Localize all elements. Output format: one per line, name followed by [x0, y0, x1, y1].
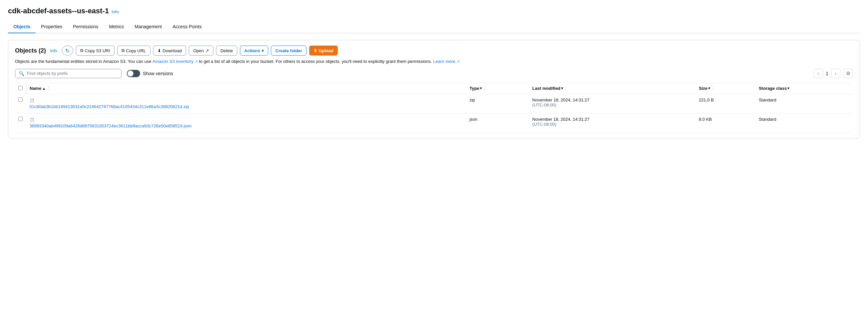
- objects-toolbar: Objects (2) Info ↻ ⧉ Copy S3 URI ⧉ Copy …: [15, 45, 853, 56]
- page-title: cdk-abcdef-assets- -us-east-1 Info: [8, 7, 860, 15]
- row-checkbox-cell: [15, 113, 26, 132]
- tab-objects[interactable]: Objects: [8, 21, 36, 33]
- file-link-1[interactable]: 38993340ab499109a6426d6875631003724ec361…: [30, 123, 463, 129]
- row-size-cell: 8.0 KB: [695, 113, 755, 132]
- search-box: 🔍: [15, 69, 122, 78]
- file-icon: 🗋: [30, 97, 463, 103]
- search-icon: 🔍: [19, 71, 24, 76]
- learn-more-external-icon: ↗: [457, 60, 460, 64]
- gear-icon: ⚙: [846, 70, 850, 76]
- prev-page-button[interactable]: ‹: [814, 69, 823, 78]
- col-divider-3: [566, 86, 566, 91]
- last-modified-sort-icon: ▾: [561, 86, 563, 91]
- table-row: 🗋 38993340ab499109a6426d6875631003724ec3…: [15, 113, 853, 132]
- inventory-link[interactable]: Amazon S3 inventory ↗: [152, 59, 198, 64]
- th-size[interactable]: Size ▾: [695, 83, 755, 94]
- show-versions-label: Show versions: [143, 71, 173, 76]
- copy-url-icon: ⧉: [122, 48, 124, 53]
- delete-button[interactable]: Delete: [216, 45, 237, 56]
- tab-permissions[interactable]: Permissions: [68, 21, 103, 33]
- tab-access-points[interactable]: Access Points: [167, 21, 207, 33]
- chevron-left-icon: ‹: [818, 71, 819, 76]
- show-versions-toggle-row: Show versions: [127, 70, 173, 77]
- bucket-name-part1: cdk-abcdef-assets-: [8, 7, 74, 15]
- tab-properties[interactable]: Properties: [36, 21, 68, 33]
- table-row: 🗋 01c80ab3b1bb189413631a0c224642797768ac…: [15, 94, 853, 113]
- col-divider-1: [48, 86, 49, 91]
- row-storage-class-cell: Standard: [755, 113, 853, 132]
- pagination-controls: ‹ 1 › ⚙: [814, 69, 853, 78]
- download-button[interactable]: ⬇ Download: [153, 45, 186, 56]
- tab-management[interactable]: Management: [129, 21, 167, 33]
- page-number: 1: [826, 71, 828, 76]
- storage-class-sort-icon: ▾: [787, 86, 789, 91]
- type-sort-icon: ▾: [480, 86, 482, 91]
- copy-icon: ⧉: [80, 48, 83, 53]
- row-size-cell: 221.0 B: [695, 94, 755, 113]
- row-storage-class-cell: Standard: [755, 94, 853, 113]
- tab-metrics[interactable]: Metrics: [103, 21, 129, 33]
- refresh-icon: ↻: [65, 47, 69, 54]
- panel-title: Objects (2): [15, 47, 46, 54]
- inventory-external-icon: ↗: [195, 60, 198, 64]
- select-all-header: [15, 83, 26, 94]
- objects-info-link[interactable]: Info: [50, 48, 57, 53]
- refresh-button[interactable]: ↻: [62, 45, 73, 56]
- row-type-cell: json: [466, 113, 529, 132]
- download-icon: ⬇: [157, 48, 161, 53]
- actions-button[interactable]: Actions ▾: [240, 45, 269, 56]
- search-input[interactable]: [27, 71, 118, 76]
- file-icon: 🗋: [30, 117, 463, 123]
- actions-chevron-icon: ▾: [261, 48, 264, 53]
- col-divider-2: [485, 86, 485, 91]
- bucket-name-part2: -us-east-1: [74, 7, 109, 15]
- sort-asc-icon: ▲: [42, 87, 45, 91]
- col-divider-4: [713, 86, 713, 91]
- size-sort-icon: ▾: [708, 86, 710, 91]
- chevron-right-icon: ›: [835, 71, 837, 76]
- open-button[interactable]: Open ↗: [189, 45, 213, 56]
- th-storage-class[interactable]: Storage class ▾: [755, 83, 853, 94]
- file-link-0[interactable]: 01c80ab3b1bb189413631a0c224642797768ac41…: [30, 104, 463, 110]
- row-last-modified-cell: November 18, 2024, 14:31:27(UTC-08:00): [529, 113, 695, 132]
- upload-icon: ⬆: [313, 48, 317, 53]
- create-folder-button[interactable]: Create folder: [271, 45, 306, 56]
- table-header-row: Name ▲ Type ▾ Last modified ▾: [15, 83, 853, 94]
- filter-row: 🔍 Show versions ‹ 1 › ⚙: [15, 69, 853, 78]
- objects-panel: Objects (2) Info ↻ ⧉ Copy S3 URI ⧉ Copy …: [8, 40, 860, 138]
- copy-url-button[interactable]: ⧉ Copy URL: [117, 45, 150, 56]
- upload-button[interactable]: ⬆ Upload: [309, 45, 338, 56]
- th-last-modified[interactable]: Last modified ▾: [529, 83, 695, 94]
- bucket-info-link[interactable]: Info: [112, 9, 119, 14]
- main-tabs: Objects Properties Permissions Metrics M…: [8, 21, 860, 33]
- show-versions-toggle[interactable]: [127, 70, 140, 77]
- th-type[interactable]: Type ▾: [466, 83, 529, 94]
- row-name-cell: 🗋 01c80ab3b1bb189413631a0c224642797768ac…: [26, 94, 466, 113]
- th-name[interactable]: Name ▲: [26, 83, 466, 94]
- open-external-icon: ↗: [205, 48, 209, 53]
- row-type-cell: zip: [466, 94, 529, 113]
- row-checkbox-0[interactable]: [18, 97, 23, 102]
- row-last-modified-cell: November 18, 2024, 14:31:27(UTC-08:00): [529, 94, 695, 113]
- objects-table: Name ▲ Type ▾ Last modified ▾: [15, 83, 853, 133]
- row-name-cell: 🗋 38993340ab499109a6426d6875631003724ec3…: [26, 113, 466, 132]
- copy-s3-uri-button[interactable]: ⧉ Copy S3 URI: [76, 45, 115, 56]
- learn-more-link[interactable]: Learn more ↗: [433, 59, 460, 64]
- objects-description: Objects are the fundamental entities sto…: [15, 58, 853, 65]
- row-checkbox-cell: [15, 94, 26, 113]
- row-checkbox-1[interactable]: [18, 117, 23, 121]
- select-all-checkbox[interactable]: [18, 86, 23, 90]
- next-page-button[interactable]: ›: [831, 69, 840, 78]
- settings-button[interactable]: ⚙: [843, 69, 853, 78]
